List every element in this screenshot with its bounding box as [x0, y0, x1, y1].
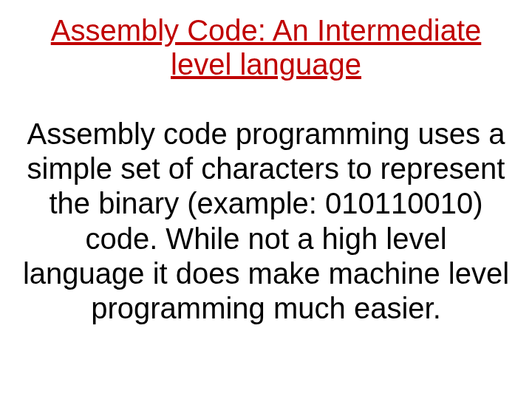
slide: Assembly Code: An Intermediate level lan… — [0, 0, 532, 399]
slide-body-text: Assembly code programming uses a simple … — [22, 117, 510, 326]
slide-title: Assembly Code: An Intermediate level lan… — [44, 13, 488, 81]
